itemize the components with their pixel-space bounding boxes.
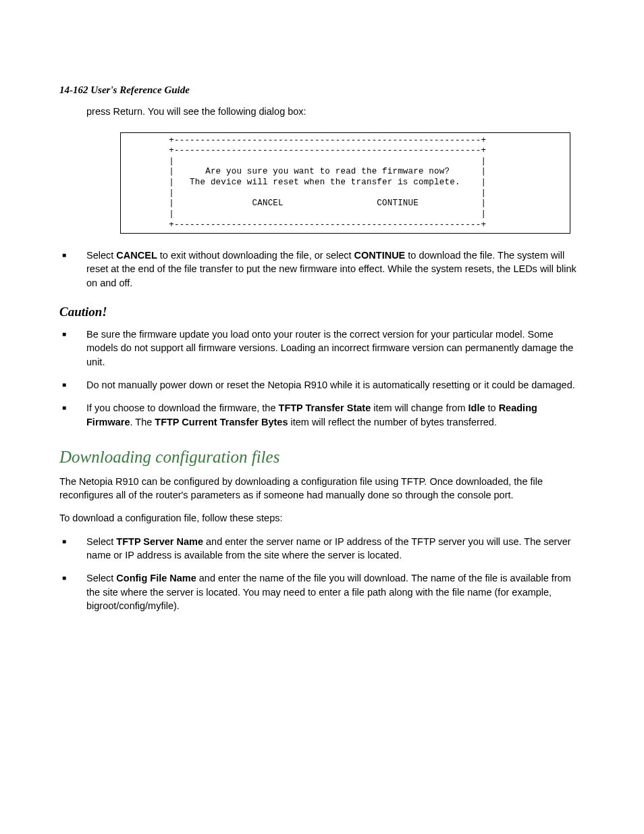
bullet-item: Select TFTP Server Name and enter the se… <box>59 535 585 563</box>
dialog-blank1: | | <box>122 157 486 166</box>
dialog-blank3: | | <box>122 209 486 219</box>
caution-heading: Caution! <box>59 305 585 319</box>
text-run: Select <box>86 536 116 547</box>
bullet-list-1: Select CANCEL to exit without downloadin… <box>59 249 585 290</box>
dialog-box: +---------------------------------------… <box>120 132 570 234</box>
bullet-item: Be sure the firmware update you load ont… <box>59 328 585 369</box>
bullet-item: Select CANCEL to exit without downloadin… <box>59 249 585 290</box>
text-run: Select <box>86 250 116 261</box>
text-run: to exit without downloading the file, or… <box>157 250 354 261</box>
dialog-border-top: +---------------------------------------… <box>122 136 486 145</box>
text-run: . The <box>130 417 155 427</box>
bold-run: Idle <box>468 402 485 413</box>
intro-text: press Return. You will see the following… <box>86 105 585 119</box>
dialog-buttons: | CANCEL CONTINUE | <box>122 199 486 208</box>
bullet-item: Do not manually power down or reset the … <box>59 378 585 392</box>
body-paragraph: The Netopia R910 can be configured by do… <box>59 475 585 502</box>
steps-bullet-list: Select TFTP Server Name and enter the se… <box>59 535 585 613</box>
text-run: to <box>485 402 498 413</box>
section-heading: Downloading configuration files <box>59 448 585 467</box>
text-run: item will reflect the number of bytes tr… <box>288 417 496 427</box>
text-run: item will change from <box>371 402 468 413</box>
dialog-border-top2: +---------------------------------------… <box>122 146 486 155</box>
bold-run: TFTP Current Transfer Bytes <box>155 417 288 427</box>
bold-run: TFTP Server Name <box>116 536 203 547</box>
bold-run: CANCEL <box>116 250 157 261</box>
dialog-ascii: +---------------------------------------… <box>121 133 570 234</box>
dialog-blank2: | | <box>122 188 486 198</box>
dialog-line1: | Are you sure you want to read the firm… <box>122 167 486 176</box>
dialog-border-bot: +---------------------------------------… <box>122 220 486 230</box>
dialog-line2: | The device will reset when the transfe… <box>122 178 486 187</box>
bold-run: TFTP Transfer State <box>279 402 371 413</box>
bold-run: CONTINUE <box>354 250 406 261</box>
page-header: 14-162 User's Reference Guide <box>59 84 585 96</box>
bullet-item: Select Config File Name and enter the na… <box>59 571 585 613</box>
bold-run: Config File Name <box>116 573 196 583</box>
document-page: 14-162 User's Reference Guide press Retu… <box>0 0 644 662</box>
text-run: Select <box>86 573 116 583</box>
caution-bullet-list: Be sure the firmware update you load ont… <box>59 328 585 429</box>
text-run: If you choose to download the firmware, … <box>86 402 279 413</box>
bullet-item: If you choose to download the firmware, … <box>59 401 585 429</box>
body-paragraph: To download a configuration file, follow… <box>59 511 585 525</box>
